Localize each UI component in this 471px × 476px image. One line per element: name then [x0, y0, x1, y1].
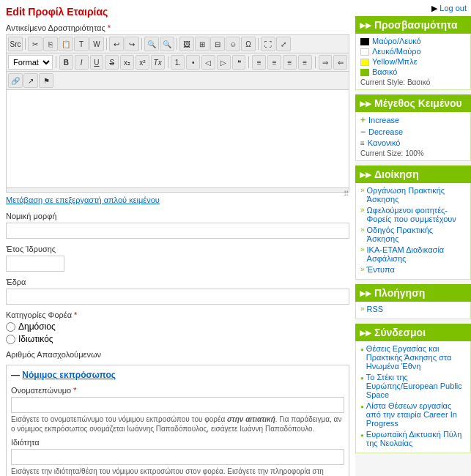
subform-name-input[interactable] [11, 397, 344, 413]
style-basic[interactable]: Βασικό [360, 67, 466, 76]
toolbar-sep9 [315, 56, 316, 68]
unordered-list-button[interactable]: • [186, 55, 200, 70]
admin-link-3[interactable]: ΙΚΑ-ΕΤΑΜ Διαδικασία Ασφάλισης [367, 245, 466, 263]
accessibility-chevron-icon: ▶▶ [360, 21, 371, 29]
italic-button[interactable]: I [75, 55, 89, 70]
special-char-button[interactable]: Ω [241, 37, 256, 51]
employees-label: Αριθμός Απασχολούμενων [6, 350, 349, 359]
links-body: ● Θέσεις Εργασίας και Πρακτικής Άσκησης … [355, 341, 471, 453]
align-center-button[interactable]: ≡ [267, 55, 281, 70]
style-yellow-blue-link[interactable]: Yellow/Μπλε [372, 57, 418, 66]
decrease-link[interactable]: Decrease [368, 127, 403, 136]
admin-link-2[interactable]: Οδηγός Πρακτικής Άσκησης [367, 226, 466, 243]
table-button[interactable]: ⊞ [195, 37, 209, 51]
remove-format-button[interactable]: Tx [151, 55, 165, 70]
legal-form-field: Νομική μορφή [6, 212, 349, 239]
toolbar-sep4 [177, 38, 177, 50]
fullscreen-button[interactable]: ⤢ [276, 37, 291, 51]
links-link-3[interactable]: Ευρωπαϊκή Δικτυακή Πύλη της Νεολαίας [366, 430, 466, 447]
address-input[interactable] [6, 289, 349, 305]
admin-body: » Οργάνωση Πρακτικής Άσκησης » Ωφελούμεν… [355, 183, 471, 280]
maximize-button[interactable]: ⛶ [261, 37, 275, 51]
logout-link[interactable]: Log out [440, 4, 467, 12]
paste-text-button[interactable]: T [74, 37, 89, 51]
style-black-white[interactable]: Μαύρο/Λευκό [360, 37, 466, 45]
style-yellow-blue[interactable]: Yellow/Μπλε [360, 57, 466, 66]
smiley-button[interactable]: ☺ [226, 37, 240, 51]
year-label: Έτος Ίδρυσης [6, 245, 349, 253]
rtl-button[interactable]: ⇐ [333, 55, 347, 70]
paste-button[interactable]: 📋 [59, 37, 73, 51]
table2-button[interactable]: ⊟ [210, 37, 225, 51]
year-input[interactable] [6, 256, 64, 272]
find2-button[interactable]: 🔍 [160, 37, 174, 51]
nav-bullet-0: » [360, 305, 365, 313]
paste-word-button[interactable]: W [89, 37, 104, 51]
legal-form-input[interactable] [6, 223, 349, 239]
cut-button[interactable]: ✂ [28, 37, 42, 51]
style-basic-link[interactable]: Βασικό [372, 67, 397, 76]
align-right-button[interactable]: ≡ [283, 55, 297, 70]
toolbar-sep8 [248, 56, 249, 68]
text-size-panel: ▶▶ Μέγεθος Κειμένου + Increase − Decreas… [355, 94, 471, 161]
indent-dec-button[interactable]: ◁ [201, 55, 215, 70]
superscript-button[interactable]: x² [136, 55, 149, 70]
yellow-swatch [360, 59, 369, 66]
topbar-logout: ▶ Log out [355, 0, 471, 16]
strikethrough-button[interactable]: S [105, 55, 119, 70]
nav-link-0[interactable]: RSS [367, 305, 384, 313]
admin-link-4[interactable]: Έντυπα [367, 265, 395, 274]
indent-inc-button[interactable]: ▷ [217, 55, 231, 70]
style-white-black[interactable]: Λευκό/Μαύρο [360, 47, 466, 56]
undo-button[interactable]: ↩ [109, 37, 124, 51]
subform-title[interactable]: — Νόμιμος εκπρόσωπος [11, 370, 344, 380]
subform-position-input[interactable] [11, 449, 344, 465]
category-public-label: Δημόσιος [18, 321, 56, 332]
category-public-radio[interactable] [6, 322, 15, 332]
editor-toolbar-row2: Format B I U S x₂ x² Tx 1. • ◁ ▷ ❝ ≡ ≡ ≡ [7, 53, 349, 72]
links-chevron-icon: ▶▶ [360, 329, 371, 337]
admin-link-0[interactable]: Οργάνωση Πρακτικής Άσκησης [367, 186, 466, 204]
category-private-radio[interactable] [6, 335, 15, 344]
flag-button[interactable]: ⚑ [39, 73, 53, 88]
ordered-list-button[interactable]: 1. [171, 55, 185, 70]
format-select[interactable]: Format [8, 55, 53, 70]
editor-toolbar-row1: Src ✂ ⎘ 📋 T W ↩ ↪ 🔍 🔍 🖼 ⊞ ⊟ ☺ Ω [7, 35, 349, 53]
align-justify-button[interactable]: ≡ [298, 55, 312, 70]
increase-link[interactable]: Increase [368, 116, 399, 124]
find-button[interactable]: 🔍 [144, 37, 159, 51]
copy-button[interactable]: ⎘ [43, 37, 58, 51]
link2-button[interactable]: ↗ [23, 73, 38, 88]
category-private-option[interactable]: Ιδιωτικός [6, 334, 349, 344]
text-decrease[interactable]: − Decrease [360, 127, 466, 137]
links-link-2[interactable]: Λίστα Θέσεων εργασίας από την εταιρία Ca… [366, 401, 466, 428]
align-left-button[interactable]: ≡ [252, 55, 266, 70]
style-black-white-link[interactable]: Μαύρο/Λευκό [372, 37, 421, 45]
links-bullet-2: ● [360, 404, 364, 410]
subscript-button[interactable]: x₂ [120, 55, 134, 70]
legal-form-label: Νομική μορφή [6, 212, 349, 220]
plain-text-link[interactable]: Μετάβαση σε επεξεργαστή απλού κειμένου [6, 196, 349, 204]
text-reset[interactable]: ≡ Κανονικό [360, 138, 466, 147]
admin-bullet-1: » [360, 206, 365, 214]
ltr-button[interactable]: ⇒ [319, 55, 333, 70]
image-button[interactable]: 🖼 [179, 37, 194, 51]
category-public-option[interactable]: Δημόσιος [6, 321, 349, 332]
link-button[interactable]: 🔗 [8, 73, 23, 88]
reset-link[interactable]: Κανονικό [368, 138, 401, 147]
source-button[interactable]: Src [8, 37, 23, 51]
editor-resize-handle[interactable]: ⠿ [7, 187, 349, 192]
text-increase[interactable]: + Increase [360, 115, 466, 125]
blockquote-button[interactable]: ❝ [232, 55, 246, 70]
underline-button[interactable]: U [90, 55, 104, 70]
editor-textarea[interactable] [7, 90, 349, 185]
nav-chevron-icon: ▶▶ [360, 289, 371, 297]
links-link-0[interactable]: Θέσεις Εργασίας και Πρακτικής Άσκησης στ… [366, 344, 466, 371]
admin-link-1[interactable]: Ωφελούμενοι φοιτητές-Φορείς που συμμετέχ… [367, 206, 466, 223]
category-label: Κατηγορίες Φορέα * [6, 310, 349, 319]
redo-button[interactable]: ↪ [125, 37, 139, 51]
links-link-1[interactable]: Το Στέκι της Ευρώπης/European Public Spa… [366, 373, 466, 399]
bold-button[interactable]: B [59, 55, 73, 70]
style-white-black-link[interactable]: Λευκό/Μαύρο [372, 47, 421, 56]
admin-header: ▶▶ Διοίκηση [355, 166, 471, 183]
